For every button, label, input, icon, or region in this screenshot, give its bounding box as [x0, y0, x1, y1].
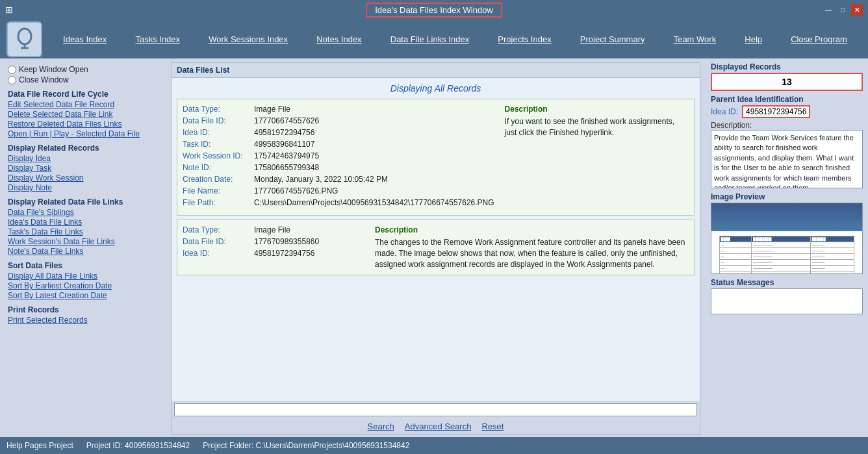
sidebar-display-note[interactable]: Display Note: [8, 183, 158, 192]
main-navigation: Ideas Index Tasks Index Work Sessions In…: [49, 32, 862, 47]
nav-data-file-links-index[interactable]: Data File Links Index: [387, 32, 473, 47]
search-input[interactable]: [174, 403, 697, 416]
description-label: Description:: [711, 121, 863, 130]
sidebar-siblings[interactable]: Data File's Siblings: [8, 208, 158, 217]
status-project: Help Pages Project: [6, 441, 73, 450]
record-description-1: Description If you want to see the finis…: [505, 105, 689, 210]
data-files-panel: Data Files List Displaying All Records D…: [171, 62, 700, 435]
record-fields-2: Data Type:Image File Data File ID:177670…: [183, 225, 364, 270]
sidebar-display-work-session[interactable]: Display Work Session: [8, 173, 158, 183]
reset-button[interactable]: Reset: [481, 422, 504, 431]
svg-point-0: [18, 29, 31, 44]
right-panel: Displayed Records 13 Parent Idea Identif…: [706, 58, 868, 437]
sidebar-sort-latest[interactable]: Sort By Latest Creation Date: [8, 291, 158, 300]
nav-project-summary[interactable]: Project Summary: [576, 32, 649, 47]
idea-id-label: Idea ID:: [711, 107, 738, 116]
close-button[interactable]: ✕: [851, 4, 863, 16]
sidebar: Keep Window Open Close Window Data File …: [0, 58, 166, 437]
table-row[interactable]: Data Type:Image File Data File ID:177670…: [177, 220, 695, 275]
nav-help[interactable]: Help: [741, 32, 766, 47]
app-logo: [6, 21, 42, 57]
nav-projects-index[interactable]: Projects Index: [494, 32, 555, 47]
nav-work-sessions-index[interactable]: Work Sessions Index: [205, 32, 292, 47]
minimize-button[interactable]: —: [823, 4, 834, 16]
parent-idea-section: Parent Idea Identification Idea ID: 4958…: [711, 95, 863, 188]
main-layout: Keep Window Open Close Window Data File …: [0, 58, 868, 437]
title-bar: ⊞ Idea's Data Files Index Window — □ ✕: [0, 0, 868, 19]
status-messages-label: Status Messages: [711, 278, 863, 287]
maximize-button[interactable]: □: [837, 4, 849, 16]
preview-table: ██████████████████ ——————————— —————————…: [719, 236, 855, 273]
panel-subtitle: Displaying All Records: [172, 78, 700, 96]
parent-idea-label: Parent Idea Identification: [711, 95, 863, 104]
sidebar-section-data-file-links: Display Related Data File Links: [8, 197, 158, 207]
sidebar-work-session-links[interactable]: Work Session's Data File Links: [8, 237, 158, 246]
sidebar-note-links[interactable]: Note's Data File Links: [8, 247, 158, 256]
displayed-records-section: Displayed Records 13: [711, 62, 863, 91]
displayed-records-label: Displayed Records: [711, 62, 863, 71]
search-button[interactable]: Search: [368, 422, 394, 431]
sidebar-section-sort: Sort Data Files: [8, 261, 158, 270]
description-text: Provide the Team Work Services feature t…: [714, 134, 854, 188]
panel-title: Data Files List: [172, 63, 700, 78]
status-messages-box: [711, 288, 863, 314]
idea-id-box: Idea ID: 49581972394756: [711, 105, 863, 118]
status-project-id: Project ID: 400956931534842: [86, 441, 190, 450]
sidebar-section-display-related: Display Related Records: [8, 144, 158, 153]
status-project-folder: Project Folder: C:\Users\Darren\Projects…: [203, 441, 409, 450]
image-preview-section: Image Preview ██████████████████ ———————…: [711, 192, 863, 274]
sidebar-task-links[interactable]: Task's Data File Links: [8, 227, 158, 236]
nav-tasks-index[interactable]: Tasks Index: [131, 32, 184, 47]
keep-window-open-radio[interactable]: Keep Window Open: [8, 65, 158, 74]
description-scroll[interactable]: Provide the Team Work Services feature t…: [711, 130, 863, 188]
sidebar-idea-links[interactable]: Idea's Data File Links: [8, 218, 158, 227]
nav-ideas-index[interactable]: Ideas Index: [59, 32, 110, 47]
sidebar-section-print: Print Records: [8, 305, 158, 314]
menu-bar: Ideas Index Tasks Index Work Sessions In…: [0, 19, 868, 58]
nav-team-work[interactable]: Team Work: [670, 32, 721, 47]
image-preview-label: Image Preview: [711, 192, 863, 201]
nav-notes-index[interactable]: Notes Index: [313, 32, 365, 47]
window-controls: — □ ✕: [823, 4, 863, 16]
logo-icon: [13, 27, 36, 51]
search-links: Search Advanced Search Reset: [172, 419, 700, 434]
records-scroll[interactable]: Data Type:Image File Data File ID:177706…: [172, 96, 700, 401]
window-title: Idea's Data Files Index Window: [366, 3, 502, 18]
sidebar-display-task[interactable]: Display Task: [8, 164, 158, 173]
displayed-records-value: 13: [711, 73, 863, 91]
sidebar-open-file[interactable]: Open | Run | Play - Selected Data File: [8, 129, 158, 138]
app-icon: ⊞: [5, 5, 13, 15]
sidebar-display-idea[interactable]: Display Idea: [8, 154, 158, 163]
close-window-radio[interactable]: Close Window: [8, 75, 158, 84]
sidebar-print-selected[interactable]: Print Selected Records: [8, 316, 158, 325]
sidebar-display-all[interactable]: Display All Data File Links: [8, 271, 158, 281]
sidebar-sort-earliest[interactable]: Sort By Earliest Creation Date: [8, 281, 158, 290]
image-preview: ██████████████████ ——————————— —————————…: [711, 203, 863, 274]
nav-close-program[interactable]: Close Program: [787, 32, 851, 47]
record-fields-1: Data Type:Image File Data File ID:177706…: [183, 105, 494, 210]
sidebar-delete-link[interactable]: Delete Selected Data File Link: [8, 110, 158, 119]
status-bar: Help Pages Project Project ID: 400956931…: [0, 437, 868, 454]
content-area: Data Files List Displaying All Records D…: [166, 58, 706, 437]
search-bar: [172, 401, 700, 419]
preview-mock: ██████████████████ ——————————— —————————…: [711, 203, 862, 273]
status-messages-section: Status Messages: [711, 278, 863, 314]
idea-id-value: 49581972394756: [742, 105, 810, 118]
table-row[interactable]: Data Type:Image File Data File ID:177706…: [177, 99, 695, 216]
advanced-search-button[interactable]: Advanced Search: [405, 422, 472, 431]
sidebar-edit-record[interactable]: Edit Selected Data File Record: [8, 100, 158, 109]
sidebar-restore-links[interactable]: Restore Deleted Data Files Links: [8, 120, 158, 129]
record-description-2: Description The changes to the Remove Wo…: [375, 225, 689, 270]
sidebar-section-lifecycle: Data File Record Life Cycle: [8, 90, 158, 99]
